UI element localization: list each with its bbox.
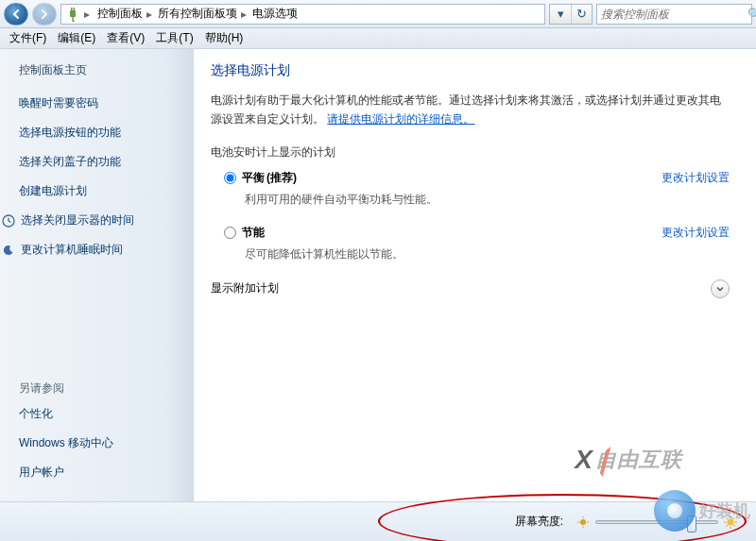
brightness-low-icon [576,516,590,529]
address-bar[interactable]: ▸ 控制面板 ▸ 所有控制面板项 ▸ 电源选项 [60,4,545,25]
menu-bar: 文件(F) 编辑(E) 查看(V) 工具(T) 帮助(H) [0,28,756,49]
content-area: 控制面板主页 唤醒时需要密码 选择电源按钮的功能 选择关闭盖子的功能 创建电源计… [0,49,756,501]
show-additional-plans-row[interactable]: 显示附加计划 [211,279,730,298]
svg-point-9 [728,518,734,525]
plan-power-saver: 节能 更改计划设置 尽可能降低计算机性能以节能。 [224,225,730,262]
desc-link[interactable]: 请提供电源计划的详细信息。 [327,112,474,126]
moon-icon [2,244,15,257]
back-button[interactable] [4,3,28,25]
power-plug-icon [65,7,80,22]
sidebar-row: 选择关闭显示器的时间 [2,212,182,228]
chevron-right-icon: ▸ [84,8,92,21]
brightness-label: 屏幕亮度: [515,514,563,530]
page-description: 电源计划有助于最大化计算机的性能或者节能。通过选择计划来将其激活，或选择计划并通… [211,91,730,129]
address-bar-row: ▸ 控制面板 ▸ 所有控制面板项 ▸ 电源选项 ▾ ↻ 🔍 [0,0,756,28]
chevron-right-icon: ▸ [146,8,154,21]
refresh-button[interactable]: ↻ [571,5,592,24]
breadcrumb-item[interactable]: 所有控制面板项 [156,6,239,22]
brightness-slider-thumb[interactable] [687,516,696,533]
plan-name: 节能 [242,225,265,241]
show-additional-plans-label: 显示附加计划 [211,280,711,296]
search-box[interactable]: 🔍 [596,4,752,25]
plan-balanced: 平衡 (推荐) 更改计划设置 利用可用的硬件自动平衡功耗与性能。 [224,170,730,208]
svg-line-15 [733,525,735,527]
breadcrumb: 控制面板 ▸ 所有控制面板项 ▸ 电源选项 [95,6,300,22]
svg-line-16 [727,525,729,527]
search-input[interactable] [597,8,747,21]
brightness-control: 屏幕亮度: [515,514,737,530]
breadcrumb-item[interactable]: 控制面板 [95,6,145,22]
plan-description: 利用可用的硬件自动平衡功耗与性能。 [245,192,730,208]
change-plan-settings-link[interactable]: 更改计划设置 [662,225,730,241]
control-panel-home-link[interactable]: 控制面板主页 [19,62,182,78]
sidebar-row: 更改计算机睡眠时间 [2,242,182,258]
main-panel: 选择电源计划 电源计划有助于最大化计算机的性能或者节能。通过选择计划来将其激活，… [194,49,756,501]
see-also-personalization[interactable]: 个性化 [19,406,182,422]
svg-line-14 [727,517,729,519]
address-bar-buttons: ▾ ↻ [549,4,593,25]
sidebar-link-display-off-time[interactable]: 选择关闭显示器的时间 [21,212,134,228]
change-plan-settings-link[interactable]: 更改计划设置 [662,170,730,186]
sidebar-link-create-plan[interactable]: 创建电源计划 [19,183,182,199]
brightness-slider[interactable] [595,520,718,524]
menu-tools[interactable]: 工具(T) [150,30,198,46]
menu-edit[interactable]: 编辑(E) [52,30,101,46]
clock-icon [2,214,15,228]
svg-line-17 [733,517,735,519]
brightness-high-icon [724,516,737,529]
chevron-down-icon [715,284,725,294]
sidebar-link-power-button[interactable]: 选择电源按钮的功能 [19,125,182,141]
see-also-heading: 另请参阅 [19,380,182,397]
menu-help[interactable]: 帮助(H) [199,30,249,46]
page-title: 选择电源计划 [211,62,730,79]
plan-radio-balanced[interactable] [224,172,236,184]
sidebar-link-wake-password[interactable]: 唤醒时需要密码 [19,95,182,111]
plan-recommended-tag: (推荐) [266,170,297,186]
history-dropdown-button[interactable]: ▾ [550,5,571,24]
search-icon[interactable]: 🔍 [747,8,756,21]
see-also-user-accounts[interactable]: 用户帐户 [19,465,182,481]
sidebar-link-close-lid[interactable]: 选择关闭盖子的功能 [19,154,182,170]
menu-file[interactable]: 文件(F) [4,30,52,46]
svg-rect-0 [70,10,76,17]
bottom-bar: 屏幕亮度: [0,501,756,541]
plans-section-label: 电池安时计上显示的计划 [211,144,730,161]
expand-button[interactable] [711,279,730,298]
forward-button [32,3,57,25]
plan-radio-power-saver[interactable] [224,227,236,239]
plan-description: 尽可能降低计算机性能以节能。 [245,246,730,262]
breadcrumb-item[interactable]: 电源选项 [250,6,300,22]
svg-rect-2 [74,8,76,10]
plan-name: 平衡 [242,170,265,186]
see-also-mobility-center[interactable]: Windows 移动中心 [19,435,182,451]
chevron-right-icon: ▸ [241,8,249,21]
svg-rect-1 [71,8,73,10]
sidebar: 控制面板主页 唤醒时需要密码 选择电源按钮的功能 选择关闭盖子的功能 创建电源计… [0,49,194,501]
menu-view[interactable]: 查看(V) [101,30,150,46]
svg-point-4 [580,519,586,525]
sidebar-link-sleep-time[interactable]: 更改计算机睡眠时间 [21,242,123,258]
